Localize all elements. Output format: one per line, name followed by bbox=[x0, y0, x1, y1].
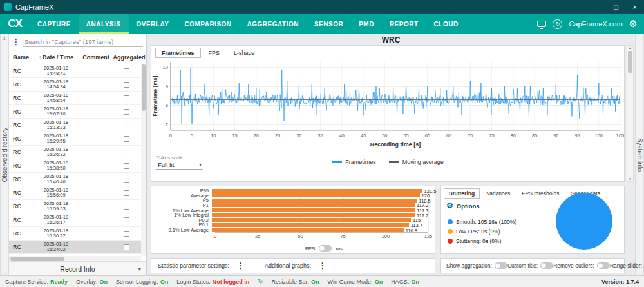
aggregated-checkbox[interactable] bbox=[124, 244, 129, 250]
bar[interactable] bbox=[212, 213, 415, 217]
nav-tab-sensor[interactable]: SENSOR bbox=[307, 14, 351, 34]
capture-game: RC bbox=[9, 217, 32, 223]
capture-aggregated-cell bbox=[112, 244, 141, 250]
bar[interactable] bbox=[212, 189, 422, 193]
nav-tab-pmd[interactable]: PMD bbox=[351, 14, 382, 34]
aggregated-checkbox[interactable] bbox=[124, 231, 129, 237]
capture-row[interactable]: RC2025-01-1814:54:34 bbox=[9, 78, 141, 92]
aggregated-checkbox[interactable] bbox=[124, 136, 129, 142]
status-value: On bbox=[375, 279, 383, 285]
capture-row[interactable]: RC2025-01-1816:34:02 bbox=[9, 241, 141, 254]
capture-list-menu-icon[interactable]: ⋮ bbox=[12, 37, 20, 46]
nav-tab-comparison[interactable]: COMPARISON bbox=[176, 14, 239, 34]
scrollbar-thumb[interactable] bbox=[142, 64, 146, 111]
nav-tab-analysis[interactable]: ANALYSIS bbox=[79, 14, 129, 34]
nav-tab-overlay[interactable]: OVERLAY bbox=[129, 14, 177, 34]
chart-tab-fps[interactable]: FPS bbox=[202, 48, 227, 58]
toggle-switch[interactable] bbox=[495, 262, 507, 269]
minimize-button[interactable]: – bbox=[588, 0, 607, 14]
aggregated-checkbox[interactable] bbox=[124, 217, 129, 223]
aggregated-checkbox[interactable] bbox=[124, 150, 129, 155]
capture-row[interactable]: RC2025-01-1814:58:54 bbox=[9, 92, 141, 105]
bar[interactable] bbox=[212, 193, 420, 197]
capture-row[interactable]: RC2025-01-1815:36:32 bbox=[9, 146, 141, 159]
chart-tab-frametimes[interactable]: Frametimes bbox=[155, 48, 201, 58]
nav-tab-cloud[interactable]: CLOUD bbox=[426, 14, 466, 34]
scrollbar-thumb[interactable] bbox=[628, 51, 632, 73]
nav-tab-capture[interactable]: CAPTURE bbox=[30, 14, 79, 34]
column-header-comment[interactable]: Comment bbox=[80, 54, 112, 61]
chart-tab-l-shape[interactable]: L-shape bbox=[227, 48, 261, 58]
captures-vertical-scrollbar[interactable] bbox=[141, 64, 146, 256]
frametime-chart[interactable]: 0510152025303540455055606570758085909510… bbox=[151, 58, 624, 155]
options-label: Options bbox=[457, 203, 480, 210]
aggregated-checkbox[interactable] bbox=[124, 109, 129, 115]
maximize-button[interactable]: □ bbox=[607, 0, 625, 14]
capture-game: RC bbox=[9, 176, 32, 183]
capture-row[interactable]: RC2025-01-1814:48:41 bbox=[9, 64, 141, 78]
capture-row[interactable]: RC2025-01-1815:46:46 bbox=[9, 173, 141, 186]
stutter-legend-smooth: Smooth: 105.16s (100%) bbox=[448, 219, 516, 225]
expand-directory-icon[interactable]: › bbox=[3, 35, 5, 42]
bar[interactable] bbox=[212, 208, 415, 212]
aggregated-checkbox[interactable] bbox=[124, 204, 129, 210]
captures-horizontal-scrollbar[interactable] bbox=[9, 256, 141, 261]
close-button[interactable]: × bbox=[625, 0, 644, 14]
settings-gear-icon[interactable]: ⚙ bbox=[629, 18, 638, 30]
capture-row[interactable]: RC2025-01-1816:30:22 bbox=[9, 227, 141, 241]
chart-scrollbar[interactable]: ▲ ▼ bbox=[627, 45, 634, 182]
scroll-down-icon[interactable]: ▼ bbox=[629, 177, 632, 181]
stat-tab-stuttering[interactable]: Stuttering bbox=[444, 188, 480, 199]
toggle-switch[interactable] bbox=[540, 262, 553, 269]
additional-graphs-menu-icon[interactable]: ⋮ bbox=[317, 261, 328, 270]
bar[interactable] bbox=[212, 223, 409, 227]
stat-tab-variances[interactable]: Variances bbox=[481, 188, 515, 199]
capture-row[interactable]: RC2025-01-1815:56:09 bbox=[9, 186, 141, 200]
svg-text:Recording time [s]: Recording time [s] bbox=[370, 141, 421, 148]
aggregated-checkbox[interactable] bbox=[124, 177, 129, 183]
overlay-monitor-icon[interactable] bbox=[537, 21, 546, 27]
capture-row[interactable]: RC2025-01-1816:26:17 bbox=[9, 213, 141, 227]
statusbar: Capture Service:ReadyOverlay:OnSensor Lo… bbox=[0, 275, 644, 287]
column-header-date-time[interactable]: ↑Date / Time bbox=[32, 54, 80, 61]
aggregated-checkbox[interactable] bbox=[124, 82, 129, 88]
stat-tab-fps-thresholds[interactable]: FPS thresholds bbox=[516, 188, 564, 199]
toggle-switch[interactable] bbox=[597, 262, 610, 269]
bar[interactable] bbox=[212, 228, 404, 232]
system-info-label[interactable]: System info bbox=[636, 137, 643, 171]
column-header-game[interactable]: Game bbox=[9, 54, 32, 61]
aggregated-checkbox[interactable] bbox=[124, 123, 129, 128]
fps-ms-toggle[interactable] bbox=[319, 245, 332, 252]
capture-time: 15:07:10 bbox=[32, 112, 80, 117]
bar[interactable] bbox=[212, 199, 417, 203]
capframex-logo[interactable]: CX bbox=[0, 14, 30, 34]
search-input[interactable] bbox=[23, 37, 143, 47]
aggregated-checkbox[interactable] bbox=[124, 68, 129, 74]
observed-directory-label[interactable]: Observed directory bbox=[1, 127, 8, 181]
svg-text:5: 5 bbox=[191, 133, 193, 139]
nav-tab-report[interactable]: REPORT bbox=[382, 14, 426, 34]
capture-row[interactable]: RC2025-01-1815:38:50 bbox=[9, 159, 141, 173]
statistic-settings-menu-icon[interactable]: ⋮ bbox=[235, 261, 247, 270]
sync-icon[interactable]: ↻ bbox=[553, 19, 562, 29]
scrollbar-thumb[interactable] bbox=[10, 257, 64, 261]
website-link[interactable]: CapFrameX.com bbox=[569, 20, 622, 28]
record-info-expander[interactable]: Record Info ▾ bbox=[9, 261, 146, 275]
scroll-up-icon[interactable]: ▲ bbox=[629, 46, 632, 50]
capture-aggregated-cell bbox=[112, 217, 141, 223]
capture-time: 14:54:34 bbox=[32, 84, 80, 90]
bar-track: 117.3 bbox=[212, 208, 428, 212]
capture-row[interactable]: RC2025-01-1815:13:23 bbox=[9, 119, 141, 132]
capture-row[interactable]: RC2025-01-1815:29:55 bbox=[9, 132, 141, 146]
column-header-aggregated[interactable]: Aggregated bbox=[112, 54, 146, 61]
capture-row[interactable]: RC2025-01-1815:59:53 bbox=[9, 200, 141, 213]
nav-tab-aggregation[interactable]: AGGREGATION bbox=[240, 14, 307, 34]
options-button[interactable]: ⚙ Options bbox=[441, 199, 499, 210]
aggregated-checkbox[interactable] bbox=[124, 95, 129, 101]
aggregated-checkbox[interactable] bbox=[124, 190, 129, 196]
aggregated-checkbox[interactable] bbox=[124, 163, 129, 169]
bar[interactable] bbox=[212, 218, 411, 222]
bar[interactable] bbox=[212, 203, 415, 207]
svg-text:95: 95 bbox=[574, 133, 580, 139]
capture-row[interactable]: RC2025-01-1815:07:10 bbox=[9, 105, 141, 119]
